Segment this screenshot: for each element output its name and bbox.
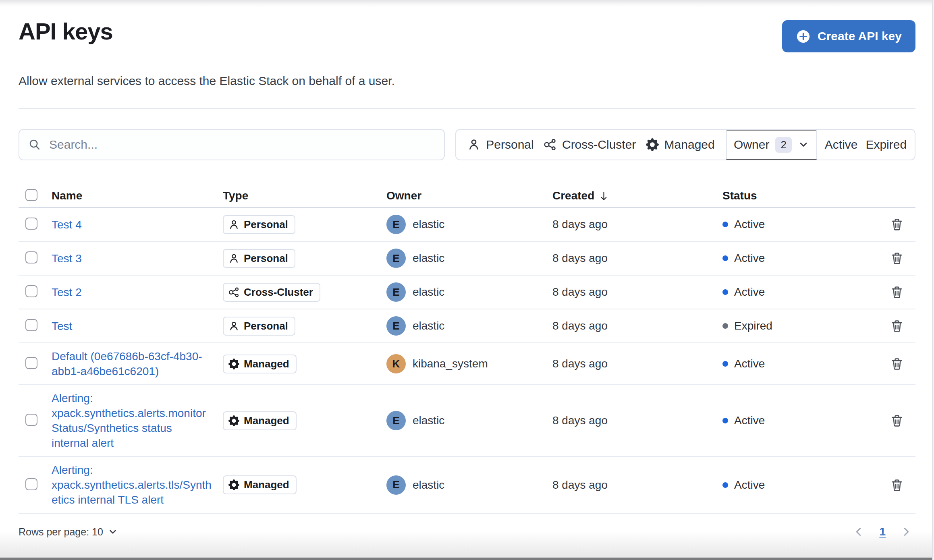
search-icon (28, 138, 41, 151)
delete-api-key-button[interactable] (888, 283, 906, 301)
filter-personal-button[interactable]: Personal (467, 138, 533, 151)
delete-api-key-button[interactable] (888, 249, 906, 268)
next-page-button[interactable] (900, 526, 912, 538)
gear-icon (228, 479, 239, 490)
owner-name: kibana_system (413, 357, 488, 370)
trash-icon (890, 218, 904, 231)
owner-filter-dropdown[interactable]: Owner 2 (726, 130, 817, 160)
type-badge-label: Managed (244, 358, 289, 370)
delete-api-key-button[interactable] (888, 355, 906, 373)
rows-per-page-button[interactable]: Rows per page: 10 (19, 526, 118, 538)
delete-api-key-button[interactable] (888, 411, 906, 430)
row-checkbox[interactable] (25, 478, 37, 490)
avatar: E (386, 249, 406, 268)
create-api-key-button[interactable]: Create API key (782, 20, 915, 52)
filter-cross-cluster-label: Cross-Cluster (562, 138, 636, 151)
owner-name: elastic (413, 479, 444, 492)
row-checkbox[interactable] (25, 319, 37, 331)
filter-active-button[interactable]: Active (825, 138, 858, 151)
status-filter-section: Active Expired (817, 130, 915, 160)
filter-personal-label: Personal (486, 138, 533, 151)
header-divider (19, 108, 915, 109)
table-row: Test 4 Personal E elastic 8 days ago Act… (19, 208, 915, 242)
table-row: Alerting: xpack.synthetics.alerts.monito… (19, 385, 915, 457)
table-header: Name Type Owner Created Status (19, 185, 915, 208)
trash-icon (890, 478, 904, 492)
status-dot (722, 418, 728, 423)
type-badge-label: Personal (244, 320, 288, 332)
page-subtitle: Allow external services to access the El… (19, 74, 915, 88)
owner-name: elastic (413, 286, 444, 299)
api-key-name-link[interactable]: Test 4 (52, 212, 212, 238)
user-icon (467, 138, 480, 151)
table-row: Default (0e67686b-63cf-4b30-abb1-a46be61… (19, 343, 915, 385)
page-number-1[interactable]: 1 (879, 525, 886, 538)
api-key-name-link[interactable]: Alerting: xpack.synthetics.alerts.monito… (52, 385, 212, 456)
filter-cross-cluster-button[interactable]: Cross-Cluster (544, 138, 636, 151)
cluster-icon (228, 287, 239, 298)
column-header-created[interactable]: Created (552, 189, 716, 202)
api-key-name-link[interactable]: Test (52, 313, 212, 339)
status-dot (722, 255, 728, 261)
gear-icon (228, 415, 239, 426)
type-badge: Personal (223, 317, 295, 336)
status-dot (722, 482, 728, 488)
table-row: Test 3 Personal E elastic 8 days ago Act… (19, 242, 915, 276)
bottom-edge-bar (0, 558, 934, 560)
avatar: E (386, 475, 406, 495)
avatar: K (386, 354, 406, 373)
search-box[interactable] (19, 129, 445, 160)
select-all-checkbox[interactable] (25, 189, 37, 201)
column-header-name[interactable]: Name (45, 189, 219, 202)
row-checkbox[interactable] (25, 218, 37, 230)
cluster-icon (544, 138, 556, 151)
avatar: E (386, 215, 406, 234)
trash-icon (890, 357, 904, 371)
user-icon (228, 321, 239, 332)
scrollbar-gutter[interactable] (932, 0, 934, 560)
previous-page-button[interactable] (853, 526, 865, 538)
delete-api-key-button[interactable] (888, 476, 906, 494)
type-badge-label: Managed (244, 479, 289, 491)
api-key-name-link[interactable]: Alerting: xpack.synthetics.alerts.tls/Sy… (52, 457, 212, 513)
type-badge-label: Personal (244, 252, 288, 265)
owner-name: elastic (413, 414, 444, 427)
delete-api-key-button[interactable] (888, 317, 906, 335)
type-badge: Managed (223, 411, 297, 430)
column-header-type[interactable]: Type (219, 189, 381, 202)
api-key-name-link[interactable]: Test 3 (52, 245, 212, 272)
created-cell: 8 days ago (546, 414, 716, 427)
table-row: Test 2 Cross-Cluster E elastic 8 days ag… (19, 276, 915, 309)
type-badge-label: Managed (244, 415, 289, 427)
created-cell: 8 days ago (546, 357, 716, 370)
status-label: Active (734, 414, 765, 427)
trash-icon (890, 414, 904, 427)
owner-filter-label: Owner (734, 138, 769, 151)
created-cell: 8 days ago (546, 479, 716, 492)
delete-api-key-button[interactable] (888, 215, 906, 234)
created-cell: 8 days ago (546, 319, 716, 332)
status-dot (722, 289, 728, 295)
api-key-name-link[interactable]: Test 2 (52, 279, 212, 305)
owner-name: elastic (413, 218, 444, 231)
filter-expired-button[interactable]: Expired (866, 138, 907, 151)
chevron-right-icon (900, 526, 912, 538)
column-header-owner[interactable]: Owner (381, 189, 546, 202)
avatar: E (386, 316, 406, 336)
avatar: E (386, 411, 406, 430)
filter-managed-button[interactable]: Managed (646, 138, 715, 151)
chevron-left-icon (853, 526, 865, 538)
row-checkbox[interactable] (25, 414, 37, 426)
trash-icon (890, 251, 904, 265)
pagination: 1 (853, 525, 915, 538)
created-cell: 8 days ago (546, 252, 716, 265)
row-checkbox[interactable] (25, 251, 37, 263)
row-checkbox[interactable] (25, 357, 37, 369)
search-input[interactable] (48, 137, 435, 152)
column-header-status[interactable]: Status (716, 189, 878, 202)
created-cell: 8 days ago (546, 286, 716, 299)
api-key-name-link[interactable]: Default (0e67686b-63cf-4b30-abb1-a46be61… (52, 343, 212, 384)
status-label: Active (734, 479, 765, 492)
row-checkbox[interactable] (25, 285, 37, 297)
type-badge: Managed (223, 475, 297, 494)
